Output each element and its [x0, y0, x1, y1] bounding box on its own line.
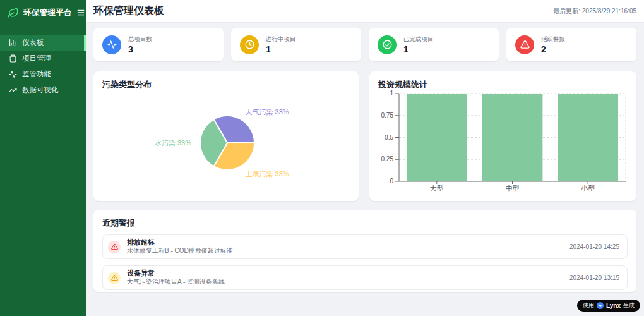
svg-text:小型: 小型 — [580, 185, 595, 192]
pollution-pie-chart: 大气污染 33%土壤污染 33%水污染 33% — [93, 71, 359, 201]
badge-brand: Lynx — [606, 302, 621, 309]
bar-chart-title: 投资规模统计 — [378, 79, 427, 90]
charts-row: 污染类型分布 大气污染 33%土壤污染 33%水污染 33% 投资规模统计 00… — [93, 71, 636, 201]
clipboard-icon — [9, 54, 17, 63]
pie-chart-title: 污染类型分布 — [102, 79, 152, 90]
stat-label: 活跃警报 — [541, 35, 565, 44]
stat-card-in-progress: 进行中项目 1 — [231, 28, 361, 61]
sidebar-item-label: 仪表板 — [22, 38, 44, 47]
svg-text:0: 0 — [390, 178, 393, 185]
recent-alerts-card: 近期警报 排放超标 水体修复工程B - COD排放值超过标准 2024-01-2… — [93, 210, 636, 292]
activity-icon — [9, 70, 17, 78]
alert-timestamp: 2024-01-20 13:15 — [569, 274, 619, 281]
sidebar-item-visualization[interactable]: 数据可视化 — [0, 82, 86, 98]
sidebar-item-dashboard[interactable]: 仪表板 — [0, 35, 86, 51]
svg-text:1: 1 — [390, 90, 393, 97]
menu-toggle-button[interactable] — [76, 8, 85, 17]
sidebar-menu: 仪表板 项目管理 监管功能 数据可视化 — [0, 35, 86, 98]
check-circle-icon — [378, 35, 397, 54]
stat-value: 2 — [541, 45, 565, 54]
sidebar-item-projects[interactable]: 项目管理 — [0, 51, 86, 66]
alert-description: 水体修复工程B - COD排放值超过标准 — [127, 247, 233, 255]
sidebar-item-label: 监管功能 — [22, 70, 51, 79]
brand-title: 环保管理平台 — [23, 8, 72, 18]
alert-row-emission: 排放超标 水体修复工程B - COD排放值超过标准 2024-01-20 14:… — [102, 234, 628, 259]
svg-text:中型: 中型 — [506, 185, 520, 192]
stat-card-total-projects: 总项目数 3 — [93, 28, 224, 61]
stat-card-active-alerts: 活跃警报 2 — [506, 28, 636, 61]
investment-bar-chart: 00.250.50.751大型中型小型 — [369, 71, 636, 201]
clock-icon — [240, 35, 259, 54]
sidebar-item-label: 项目管理 — [22, 54, 51, 63]
last-updated-text: 最后更新: 2025/8/29 21:16:05 — [553, 7, 636, 16]
brand-row: 环保管理平台 — [0, 0, 86, 25]
header: 环保管理仪表板 最后更新: 2025/8/29 21:16:05 — [86, 0, 644, 23]
svg-text:0.5: 0.5 — [385, 134, 393, 141]
alert-title: 排放超标 — [127, 238, 233, 247]
alert-triangle-icon — [515, 35, 534, 54]
lynx-logo-icon — [597, 302, 604, 309]
activity-icon — [102, 35, 121, 54]
investment-bar-card: 投资规模统计 00.250.50.751大型中型小型 — [369, 71, 636, 201]
main-content: 总项目数 3 进行中项目 1 已完成项目 1 — [86, 23, 644, 316]
alert-title: 设备异常 — [127, 269, 225, 278]
sidebar-item-label: 数据可视化 — [22, 85, 59, 95]
alert-triangle-icon — [108, 241, 121, 253]
sidebar: 环保管理平台 仪表板 项目管理 监管功能 — [0, 0, 86, 316]
pollution-pie-card: 污染类型分布 大气污染 33%土壤污染 33%水污染 33% — [93, 71, 359, 201]
stat-card-completed: 已完成项目 1 — [369, 28, 499, 61]
svg-text:0.75: 0.75 — [381, 112, 394, 119]
stat-label: 已完成项目 — [403, 35, 434, 44]
svg-text:土壤污染 33%: 土壤污染 33% — [246, 170, 289, 178]
lynx-generated-badge[interactable]: 使用 Lynx 生成 — [577, 300, 640, 312]
alert-timestamp: 2024-01-20 14:25 — [569, 243, 619, 250]
stat-label: 总项目数 — [128, 35, 152, 44]
stat-value: 1 — [266, 45, 296, 54]
stat-value: 3 — [128, 45, 152, 54]
alert-triangle-icon — [108, 272, 121, 284]
stats-row: 总项目数 3 进行中项目 1 已完成项目 1 — [93, 28, 636, 61]
alerts-title: 近期警报 — [102, 217, 628, 229]
bar-chart-icon — [9, 39, 17, 47]
svg-text:大气污染 33%: 大气污染 33% — [246, 108, 289, 116]
stat-label: 进行中项目 — [266, 35, 296, 44]
alert-row-equipment: 设备异常 大气污染治理项目A - 监测设备离线 2024-01-20 13:15 — [102, 265, 628, 290]
trending-up-icon — [9, 86, 17, 94]
sidebar-item-supervision[interactable]: 监管功能 — [0, 66, 86, 82]
svg-text:大型: 大型 — [430, 185, 444, 192]
alert-description: 大气污染治理项目A - 监测设备离线 — [127, 278, 225, 286]
leaf-logo-icon — [8, 7, 19, 18]
hamburger-icon — [76, 8, 85, 17]
badge-suffix: 生成 — [623, 301, 635, 310]
badge-prefix: 使用 — [583, 301, 594, 310]
page-title: 环保管理仪表板 — [93, 4, 164, 18]
svg-text:0.25: 0.25 — [381, 155, 394, 162]
stat-value: 1 — [403, 45, 434, 54]
svg-text:水污染 33%: 水污染 33% — [155, 139, 191, 147]
